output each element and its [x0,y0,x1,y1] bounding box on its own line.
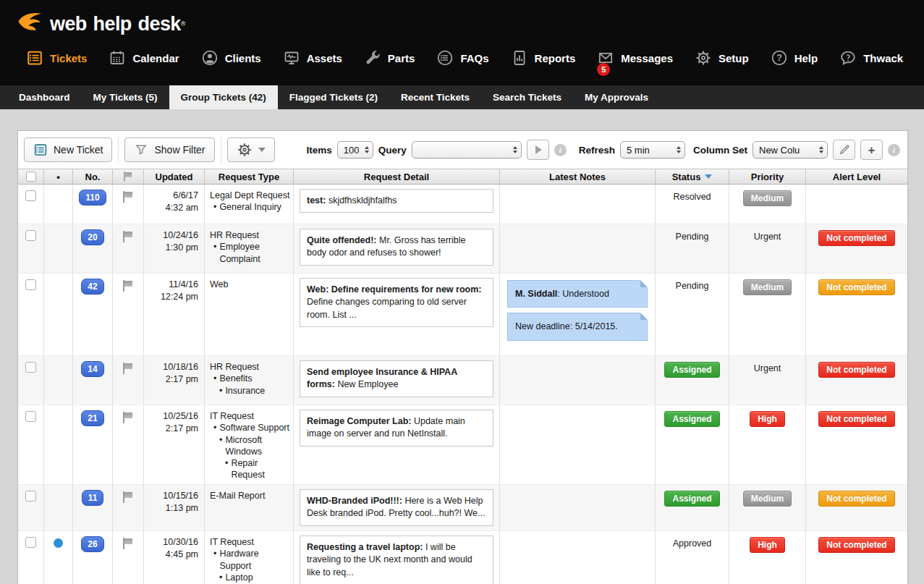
ticket-row[interactable]: 2610/30/164:45 pmIT Request•Hardware Sup… [18,531,907,584]
nav-label-reports: Reports [535,52,576,64]
info-icon: i [888,144,900,156]
ticket-row[interactable]: 4211/4/1612:24 pmWebWeb: Define requirem… [18,274,907,356]
ticket-checkbox[interactable] [25,491,36,502]
header-latest-notes[interactable]: Latest Notes [500,169,656,184]
ticket-number-badge[interactable]: 14 [81,361,103,377]
ticket-updated-cell: 10/24/161:30 pm [144,224,205,273]
ticket-row[interactable]: 1106/6/174:32 amLegal Dept Request•Gener… [18,185,907,224]
header-updated[interactable]: Updated [144,169,205,184]
nav-label-calendar: Calendar [132,52,179,64]
refresh-interval-select[interactable]: 5 min [620,141,685,158]
header-unread[interactable]: • [44,169,73,184]
nav-item-assets[interactable]: Assets [283,49,342,67]
new-ticket-button[interactable]: New Ticket [24,137,112,162]
updated-date: 11/4/16 [145,279,198,291]
tab-flagged-tickets[interactable]: Flagged Tickets (2) [278,85,389,109]
request-detail-box[interactable]: test: skjdfhskldjhfalfhs [300,189,493,213]
nav-item-parts[interactable]: Parts [364,49,415,67]
detail-subject: Requesting a travel laptop: [307,542,423,552]
ticket-checkbox[interactable] [25,279,36,290]
request-detail-box[interactable]: Quite offended!: Mr. Gross has terrible … [300,229,493,266]
nav-item-setup[interactable]: Setup [695,49,749,67]
ticket-number-badge[interactable]: 11 [82,490,104,506]
ticket-checkbox[interactable] [25,362,36,373]
ticket-number-badge[interactable]: 21 [81,410,103,426]
ticket-row[interactable]: 2010/24/161:30 pmHR Request•Employee Com… [18,224,907,274]
bullet: • [219,385,222,397]
updated-date: 10/30/16 [145,536,198,549]
request-type-line: •Software Support [210,422,291,433]
flag-icon[interactable] [123,280,134,292]
latest-notes-cell [500,224,656,273]
nav-item-messages[interactable]: 5 Messages [597,49,673,67]
ticket-checkbox[interactable] [25,537,36,548]
nav-item-help[interactable]: ? Help [771,49,818,67]
header-request-detail[interactable]: Request Detail [294,169,500,184]
ticket-checkbox[interactable] [25,190,36,201]
tickets-panel: New Ticket Show Filter Items [17,130,908,584]
header-flag[interactable] [113,169,144,184]
header-request-type[interactable]: Request Type [205,169,294,184]
request-type-cell: IT Request•Hardware Support•Laptop•Loane… [205,531,294,584]
header-status[interactable]: Status [656,169,729,184]
ticket-row[interactable]: 1410/18/162:17 pmHR Request•Benefits•Ins… [18,356,907,405]
detail-subject: Reimage Computer Lab: [307,416,411,426]
request-detail-cell: WHD-Branded iPod!!!: Here is a Web Help … [294,485,500,530]
add-column-set-button[interactable]: + [860,140,883,160]
header-alert-level[interactable]: Alert Level [806,169,907,184]
header-priority[interactable]: Priority [729,169,806,184]
nav-item-clients[interactable]: Clients [201,49,261,67]
tab-search-tickets[interactable]: Search Tickets [481,85,573,109]
header-number[interactable]: No. [73,169,113,184]
header-select-all[interactable] [18,169,44,184]
tab-recent-tickets[interactable]: Recent Tickets [389,85,481,109]
ticket-unread-cell [44,185,73,224]
nav-item-reports[interactable]: Reports [511,49,576,67]
flag-icon[interactable] [123,191,134,203]
nav-label-tickets: Tickets [50,52,87,64]
tab-group-tickets[interactable]: Group Tickets (42) [169,85,278,109]
updated-time: 12:24 pm [145,291,198,303]
nav-item-tickets[interactable]: Tickets [26,49,87,67]
latest-notes-cell [500,185,656,224]
ticket-number-badge[interactable]: 20 [81,229,103,245]
ticket-checkbox[interactable] [25,230,36,241]
tab-dashboard[interactable]: Dashboard [7,85,82,109]
ticket-row[interactable]: 2110/25/162:17 pmIT Request•Software Sup… [18,405,907,485]
nav-item-calendar[interactable]: Calendar [109,49,179,67]
ticket-checkbox[interactable] [25,411,36,422]
select-all-checkbox[interactable] [26,172,36,182]
assets-icon [283,49,300,67]
run-query-button[interactable] [527,140,549,160]
column-set-select[interactable]: New Colu [753,141,828,158]
request-detail-box[interactable]: Reimage Computer Lab: Update main image … [300,410,493,447]
ticket-flag-cell [113,531,144,584]
query-select[interactable] [412,141,522,158]
request-detail-box[interactable]: Send employee Insurance & HIPAA forms: N… [300,360,493,397]
flag-icon[interactable] [123,363,134,374]
request-detail-box[interactable]: WHD-Branded iPod!!!: Here is a Web Help … [300,489,493,526]
tab-my-approvals[interactable]: My Approvals [573,85,660,109]
edit-column-set-button[interactable] [833,140,855,160]
tab-my-tickets[interactable]: My Tickets (5) [82,85,169,109]
logo-text: web help desk® [50,9,185,38]
ticket-row[interactable]: 1110/15/161:13 pmE-Mail ReportWHD-Brande… [18,485,907,531]
flag-icon[interactable] [123,491,134,503]
flag-icon[interactable] [123,412,134,423]
show-filter-button[interactable]: Show Filter [124,137,214,162]
flag-icon[interactable] [123,538,134,549]
nav-item-thwack[interactable]: Thwack [839,49,903,67]
ticket-number-badge[interactable]: 42 [81,279,103,295]
request-detail-box[interactable]: Requesting a travel laptop: I will be tr… [300,536,493,584]
table-options-button[interactable] [227,137,275,162]
items-per-page-select[interactable]: 100 [337,141,373,158]
request-detail-box[interactable]: Web: Define requirements for new room: D… [300,278,493,327]
request-type-line: E-Mail Report [210,490,291,502]
nav-label-thwack: Thwack [863,52,903,64]
nav-item-faqs[interactable]: FAQs [436,49,488,67]
flag-icon[interactable] [123,231,134,242]
refresh-value: 5 min [627,145,650,156]
ticket-number-badge[interactable]: 110 [79,190,106,206]
ticket-number-badge[interactable]: 26 [81,536,103,552]
gear-icon [237,142,253,158]
